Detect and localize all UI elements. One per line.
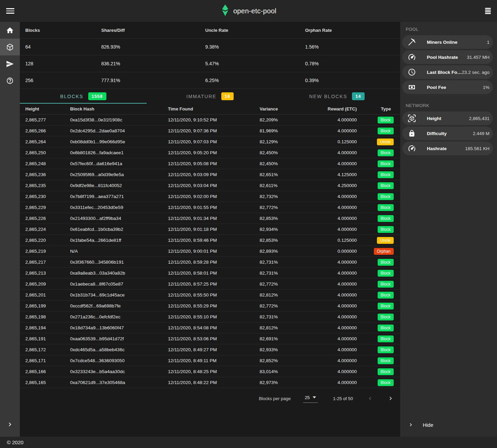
tab[interactable]: BLOCKS 1558	[20, 89, 147, 104]
height-cell: 2,865,171	[25, 358, 70, 363]
top-bar: open-etc-pool	[0, 0, 497, 22]
type-badge: Block	[378, 171, 394, 178]
sidebar-item-help[interactable]	[0, 72, 20, 89]
hash-cell: 0x7b8f7199...aea377a271	[70, 194, 168, 199]
stat-label: Height	[427, 116, 469, 121]
stat-label: Miners Online	[427, 40, 487, 45]
height-cell: 2,865,266	[25, 128, 70, 133]
stats-shares-cell: 826.93%	[101, 44, 205, 50]
table-row: 2,865,194 0x18d734a9...13b6060f47 12/11/…	[20, 322, 400, 333]
stats-shares-cell: 777.91%	[101, 78, 205, 83]
tab[interactable]: NEW BLOCKS 14	[273, 89, 400, 104]
stats-orphan-cell: 0.39%	[305, 78, 400, 83]
height-cell: 2,865,194	[25, 325, 70, 330]
hash-cell: 0x3233243e...b5a4aa30dc	[70, 369, 168, 374]
stat-value: 31.457 MH	[467, 55, 489, 60]
height-cell: 2,865,166	[25, 369, 70, 374]
menu-icon[interactable]	[6, 8, 14, 14]
time-cell: 12/11/2020, 9:03:04 PM	[168, 183, 260, 188]
stat-value: 2.449 M	[473, 131, 489, 136]
pool-fee-stat: Pool Fee 1%	[402, 80, 493, 94]
copyright-text: © 2020	[7, 439, 24, 445]
height-cell: 2,865,224	[25, 227, 70, 232]
type-badge: Block	[378, 292, 394, 299]
type-badge: Block	[378, 357, 394, 364]
hash-cell: 0x3f367660...345806b191	[70, 260, 168, 265]
height-cell: 2,865,277	[25, 117, 70, 122]
hash-cell: 0x6b801826...fa9adcaee1	[70, 150, 168, 155]
reward-cell: 4.000000	[311, 380, 357, 385]
app-logo-title: open-etc-pool	[221, 4, 276, 18]
stat-value: 1%	[483, 85, 489, 90]
reward-cell: 4.000000	[311, 194, 357, 199]
time-cell: 12/11/2020, 8:59:46 PM	[168, 238, 260, 243]
expand-sidebar-button[interactable]	[0, 416, 20, 433]
time-cell: 12/11/2020, 8:58:01 PM	[168, 271, 260, 276]
type-badge: Orphan	[374, 248, 394, 255]
time-cell: 12/11/2020, 8:54:08 PM	[168, 325, 260, 330]
table-row: 2,865,277 0xa15d3f38...0e31f1908c 12/11/…	[20, 115, 400, 126]
time-cell: 12/11/2020, 9:00:01 PM	[168, 249, 260, 254]
time-cell: 12/11/2020, 9:01:34 PM	[168, 216, 260, 221]
stats-orphan-cell: 0.78%	[305, 61, 400, 66]
hash-cell: 0xccdf562f...69a698b7fe	[70, 303, 168, 308]
reward-cell: 4.000000	[311, 347, 357, 352]
hash-cell: 0x1aebeca8...8f67c05e87	[70, 281, 168, 287]
tab[interactable]: IMMATURE 16	[147, 89, 274, 104]
table-row: 2,865,224 0x61eabfcd...1b0cba39b2 12/11/…	[20, 224, 400, 235]
type-cell: Block	[357, 292, 400, 299]
time-cell: 12/11/2020, 9:05:20 PM	[168, 150, 260, 155]
page-range: 1-25 of 50	[333, 396, 353, 401]
reward-cell: 4.250000	[311, 183, 357, 188]
variance-cell: 82,812%	[260, 292, 311, 298]
variance-cell: 82,731%	[260, 314, 311, 319]
chevron-right-icon	[387, 395, 394, 402]
hash-cell: 0x57fec60f...da616e941a	[70, 161, 168, 166]
lock-icon	[402, 130, 421, 137]
hash-cell: 0x25095f69...a0d39e9e5a	[70, 172, 168, 177]
type-badge: Block	[378, 270, 394, 277]
variance-cell: 82,129%	[260, 139, 311, 144]
stats-blocks-cell: 256	[25, 78, 101, 83]
table-row: 2,865,166 0x3233243e...b5a4aa30dc 12/11/…	[20, 366, 400, 377]
reward-cell: 4.000000	[311, 227, 357, 232]
time-cell: 12/11/2020, 8:59:28 PM	[168, 260, 260, 265]
reward-cell: 4.000000	[311, 271, 357, 276]
hide-sidebar-button[interactable]: Hide	[400, 417, 497, 433]
reward-cell: 0.125000	[311, 139, 357, 144]
stat-label: Pool Hashrate	[427, 55, 467, 60]
sidebar-item-payments[interactable]	[0, 55, 20, 72]
type-badge: Block	[378, 314, 394, 320]
network-hashrate-stat: Hashrate 185.561 KH	[402, 142, 493, 155]
per-page-select[interactable]: 25	[303, 394, 318, 403]
time-cell: 12/11/2020, 8:53:06 PM	[168, 336, 260, 341]
table-row: 2,865,230 0x7b8f7199...aea377a271 12/11/…	[20, 191, 400, 202]
type-cell: Uncle	[357, 139, 400, 145]
variance-cell: 82,731%	[260, 260, 311, 265]
prev-page-button[interactable]	[367, 395, 374, 402]
height-cell: 2,865,201	[25, 292, 70, 298]
next-page-button[interactable]	[387, 395, 394, 402]
height-cell: 2,865,235	[25, 183, 70, 188]
hash-cell: 0x3311efec...20453d0e59	[70, 205, 168, 210]
stat-label: Pool Fee	[427, 85, 483, 90]
hash-cell: N/A	[70, 249, 168, 254]
stats-header-shares: Shares/Diff	[101, 28, 205, 33]
height-cell: 2,865,230	[25, 194, 70, 199]
type-cell: Block	[357, 357, 400, 364]
sidebar-item-home[interactable]	[0, 22, 20, 39]
hash-cell: 0x18d734a9...13b6060f47	[70, 325, 168, 330]
home-icon	[6, 26, 14, 35]
tab-count-badge: 16	[221, 92, 234, 100]
sidebar-item-blocks[interactable]	[0, 39, 20, 55]
table-row: 2,865,172 0xdc465d5a...a58beb436c 12/11/…	[20, 344, 400, 355]
height-cell: 2,865,248	[25, 161, 70, 166]
header-variance: Variance	[260, 106, 311, 111]
right-menu-icon[interactable]	[485, 8, 491, 14]
height-cell: 2,865,209	[25, 281, 70, 287]
stats-orphan-cell: 1.56%	[305, 44, 400, 50]
reward-cell: 4.000000	[311, 216, 357, 221]
blocks-table: Height Block Hash Time Found Variance Re…	[20, 104, 400, 388]
blocks-tabs: BLOCKS 1558 IMMATURE 16 NEW BLOCKS 14	[20, 89, 400, 104]
hash-cell: 0xdc465d5a...a58beb436c	[70, 347, 168, 352]
